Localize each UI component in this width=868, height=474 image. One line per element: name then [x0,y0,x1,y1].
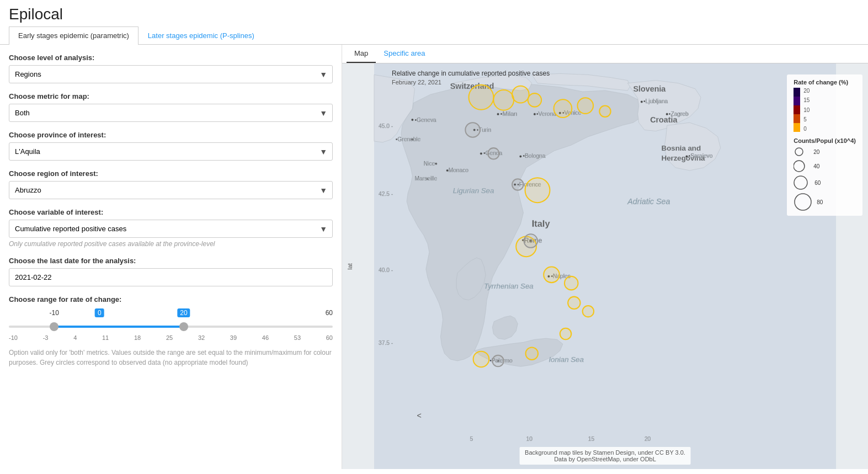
metric-map-group: Choose metric for map: Both Rate of chan… [9,92,333,122]
tick-3: 11 [102,334,109,341]
analysis-level-select[interactable]: Regions Provinces [9,65,333,83]
tick-9: 53 [294,334,301,341]
svg-point-11 [411,119,413,121]
svg-point-31 [534,113,536,115]
svg-point-57 [512,86,529,103]
range-right-val: 20 [177,308,190,317]
legend-rate-5: 5 [803,116,810,123]
svg-text:•Grenoble: •Grenoble [396,136,421,142]
svg-point-60 [577,98,593,114]
svg-text:Ionian Sea: Ionian Sea [549,355,583,364]
svg-point-75 [492,355,503,366]
province-select[interactable]: L'Aquila Rome Milan [9,142,333,161]
svg-text:•Bologna: •Bologna [523,153,545,159]
svg-text:•Milan: •Milan [500,110,518,117]
svg-point-25 [685,155,688,157]
last-date-input[interactable] [9,268,333,286]
rate-range-note: Option valid only for 'both' metrics. Va… [9,348,333,368]
svg-point-35 [480,152,482,155]
right-panel: Map Specific area Relative change in cum… [342,45,868,469]
variable-select[interactable]: Cumulative reported positive cases Death… [9,220,333,238]
svg-point-80 [795,194,811,210]
svg-text:10: 10 [526,436,533,442]
tabs-bar: Early stages epidemic (parametric) Later… [0,26,868,45]
svg-text:Marseille: Marseille [414,175,437,182]
range-left-val: -10 [50,309,59,317]
svg-text:Bosnia and: Bosnia and [662,144,701,152]
variable-label: Choose variable of interest: [9,208,333,216]
attribution-line2: Data by OpenStreetMap, under ODbL [525,456,685,462]
svg-text:Tyrrhenian Sea: Tyrrhenian Sea [484,282,534,290]
range-fill [54,326,184,328]
variable-group: Choose variable of interest: Cumulative … [9,208,333,248]
map-tab-specific[interactable]: Specific area [376,45,433,63]
tick-0: -10 [9,334,18,341]
legend-rate-10: 10 [803,107,810,113]
lat-label: lat [347,263,353,270]
svg-point-62 [525,178,550,203]
svg-text:37.5 -: 37.5 - [379,340,393,346]
svg-point-74 [524,234,538,248]
map-container: Relative change in cumulative reported p… [342,63,868,469]
range-thumb-left[interactable] [50,322,58,331]
legend-rate-15: 15 [803,97,810,103]
tick-labels: -10 -3 4 11 18 25 32 39 46 53 60 [9,334,333,341]
svg-point-71 [465,123,480,137]
svg-point-70 [526,348,538,360]
svg-text:•Ljubljana: •Ljubljana [643,98,668,104]
svg-text:Adriatic Sea: Adriatic Sea [627,197,670,206]
tick-4: 18 [134,334,141,341]
map-tab-map[interactable]: Map [347,45,376,63]
app-title: Epilocal [0,0,868,26]
svg-point-67 [583,306,594,317]
region-select[interactable]: Abruzzo Lazio Lombardia [9,181,333,199]
svg-text:•Sarajevo: •Sarajevo [689,153,713,159]
svg-text:Monaco: Monaco [449,167,469,173]
legend-count-20: 20 [813,149,819,155]
svg-point-58 [528,93,542,106]
svg-point-64 [544,267,560,283]
svg-text:Slovenia: Slovenia [633,84,667,93]
tick-10: 60 [326,334,333,341]
rate-range-label: Choose range for rate of change: [9,295,333,303]
tab-early[interactable]: Early stages epidemic (parametric) [9,26,139,45]
svg-text:Ligurian Sea: Ligurian Sea [453,187,494,195]
legend-rate-title: Rate of change (%) [794,79,856,86]
tick-2: 4 [73,334,77,341]
map-title: Relative change in cumulative reported p… [392,69,550,87]
metric-map-label: Choose metric for map: [9,92,333,100]
svg-text:•Verona: •Verona [536,111,556,117]
legend-counts-title: Counts/Popul (x10^4) [794,137,856,144]
region-label: Choose region of interest: [9,169,333,178]
variable-select-wrapper: Cumulative reported positive cases Death… [9,220,333,238]
svg-point-72 [488,148,499,159]
metric-map-select-wrapper: Both Rate of change Counts/Population ▼ [9,104,333,122]
svg-text:•Geneva: •Geneva [414,117,436,123]
province-group: Choose province of interest: L'Aquila Ro… [9,131,333,161]
map-attribution: Background map tiles by Stamen Design, u… [519,447,691,465]
legend-count-80: 80 [817,199,823,205]
svg-text:Italy: Italy [532,219,550,228]
legend-rate-0: 0 [803,126,810,132]
rate-range-group: Choose range for rate of change: -10 0 2… [9,295,333,368]
variable-hint: Only cumulative reported positive cases … [9,240,333,248]
svg-point-59 [554,99,572,118]
tick-1: -3 [43,334,49,341]
tab-later[interactable]: Later stages epidemic (P-splines) [139,26,264,44]
svg-text:42.5 -: 42.5 - [379,191,393,197]
map-title-line2: February 22, 2021 [392,78,550,87]
svg-point-68 [560,328,571,339]
legend-rate-20: 20 [803,88,810,94]
svg-text:45.0 -: 45.0 - [379,123,393,129]
legend: Rate of change (%) 20 15 10 5 0 [787,74,862,216]
legend-count-40: 40 [813,163,819,169]
range-thumb-right[interactable] [179,322,188,331]
map-title-line1: Relative change in cumulative reported p… [392,69,550,78]
analysis-level-group: Choose level of analysis: Regions Provin… [9,54,333,83]
svg-point-21 [641,100,643,103]
svg-point-61 [599,106,610,117]
svg-text:20: 20 [645,436,651,442]
metric-map-select[interactable]: Both Rate of change Counts/Population [9,104,333,122]
range-slider[interactable] [9,321,333,332]
tick-8: 46 [262,334,269,341]
